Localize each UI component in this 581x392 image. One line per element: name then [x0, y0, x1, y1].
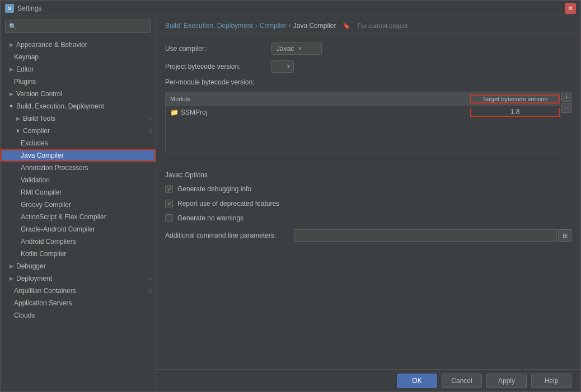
sidebar-item-deployment[interactable]: ▶ Deployment ⎘ [1, 272, 156, 285]
help-button[interactable]: Help [531, 374, 571, 388]
sidebar-item-annotation-processors[interactable]: Annotation Processors [1, 162, 156, 174]
nav-tree: ▶ Appearance & Behavior Keymap ▶ Editor … [1, 36, 156, 391]
sidebar-item-label: Build Tools [23, 115, 55, 122]
td-module: 📁 SSMProj [166, 108, 470, 116]
javac-options-section: Javac Options Generate debugging info Re… [165, 171, 571, 242]
sidebar-item-label: Arquillian Containers [14, 287, 76, 295]
sidebar-item-label: Keymap [14, 53, 39, 61]
copy-icon: ⎘ [149, 276, 152, 282]
sidebar-item-label: Kotlin Compiler [21, 250, 66, 258]
sidebar-item-build-tools[interactable]: ▶ Build Tools ⎘ [1, 112, 156, 125]
sidebar-item-label: Gradle-Android Compiler [21, 225, 95, 233]
sidebar-item-label: Compiler [23, 127, 50, 135]
copy-icon: ⎘ [149, 116, 152, 122]
bytecode-version-row: Project bytecode version: ▼ [165, 60, 571, 73]
search-icon: 🔍 [9, 23, 17, 30]
sidebar-item-appearance[interactable]: ▶ Appearance & Behavior [1, 39, 156, 51]
window-title: Settings [17, 4, 565, 12]
sidebar-item-editor[interactable]: ▶ Editor [1, 63, 156, 75]
table-empty-space [166, 119, 560, 153]
sidebar-item-label: Application Servers [14, 299, 72, 307]
sidebar-item-rmi-compiler[interactable]: RMI Compiler [1, 186, 156, 199]
bookmark-icon: 🔖 [343, 22, 350, 30]
cmd-input[interactable] [294, 229, 557, 242]
checkbox-debug-label: Generate debugging info [177, 185, 251, 193]
use-compiler-row: Use compiler: Javac ▼ [165, 42, 571, 55]
sidebar-item-label: Clouds [14, 311, 35, 319]
sidebar-item-excludes[interactable]: Excludes [1, 137, 156, 149]
breadcrumb-build[interactable]: Build, Execution, Deployment [165, 22, 253, 30]
sidebar-item-build-exec-deploy[interactable]: ▼ Build, Execution, Deployment [1, 100, 156, 112]
breadcrumb-compiler[interactable]: Compiler [260, 22, 287, 30]
td-module-name: SSMProj [181, 108, 207, 116]
expand-arrow: ▶ [7, 262, 15, 270]
sidebar-item-kotlin-compiler[interactable]: Kotlin Compiler [1, 248, 156, 260]
checkbox-row-debug: Generate debugging info [165, 183, 571, 195]
sidebar: 🔍 ▶ Appearance & Behavior Keymap ▶ Edito… [1, 16, 156, 391]
sidebar-item-groovy-compiler[interactable]: Groovy Compiler [1, 199, 156, 211]
folder-icon: 📁 [170, 108, 179, 116]
sidebar-item-label: Editor [16, 65, 34, 73]
use-compiler-select[interactable]: Javac ▼ [271, 42, 322, 55]
remove-row-button[interactable]: − [561, 103, 571, 113]
sidebar-item-label: Annotation Processors [21, 164, 88, 172]
cmd-row: Additional command line parameters: ⊞ [165, 229, 571, 242]
sidebar-item-actionscript-compiler[interactable]: ActionScript & Flex Compiler [1, 211, 156, 223]
sidebar-item-label: ActionScript & Flex Compiler [21, 213, 106, 221]
sidebar-item-clouds[interactable]: Clouds [1, 309, 156, 322]
expand-arrow: ▶ [7, 275, 15, 282]
expand-arrow: ▶ [7, 65, 15, 73]
sidebar-item-validation[interactable]: Validation [1, 174, 156, 186]
sidebar-item-label: RMI Compiler [21, 188, 62, 196]
sidebar-item-debugger[interactable]: ▶ Debugger [1, 260, 156, 272]
breadcrumb-sep1: › [255, 22, 257, 30]
sidebar-item-version-control[interactable]: ▶ Version Control [1, 88, 156, 100]
form-area: Use compiler: Javac ▼ Project bytecode v… [156, 34, 580, 369]
bytecode-version-select[interactable]: ▼ [271, 60, 294, 73]
expand-arrow: ▶ [7, 41, 15, 49]
main-content: 🔍 ▶ Appearance & Behavior Keymap ▶ Edito… [1, 16, 580, 391]
cmd-expand-button[interactable]: ⊞ [558, 229, 571, 242]
sidebar-item-gradle-android-compiler[interactable]: Gradle-Android Compiler [1, 223, 156, 235]
module-table: Module Target bytecode version 📁 SSMProj… [165, 92, 560, 153]
select-arrow-icon: ▼ [297, 46, 302, 51]
sidebar-item-label: Java Compiler [21, 152, 64, 159]
select-arrow-icon: ▼ [286, 64, 291, 69]
table-actions: + − [561, 92, 571, 113]
footer: OK Cancel Apply Help [156, 369, 580, 391]
col-target: Target bytecode version [470, 95, 560, 103]
search-input[interactable] [19, 22, 147, 30]
settings-window: S Settings ✕ 🔍 ▶ Appearance & Behavior K… [0, 0, 581, 392]
sidebar-item-compiler[interactable]: ▼ Compiler ⎘ [1, 125, 156, 137]
sidebar-item-android-compilers[interactable]: Android Compilers [1, 235, 156, 248]
close-button[interactable]: ✕ [565, 3, 576, 14]
checkbox-warnings[interactable] [165, 214, 173, 222]
use-compiler-label: Use compiler: [165, 45, 271, 53]
app-icon: S [5, 4, 14, 13]
search-box[interactable]: 🔍 [5, 20, 151, 33]
sidebar-item-arquillian-containers[interactable]: Arquillian Containers ⎘ [1, 285, 156, 297]
sidebar-item-application-servers[interactable]: Application Servers [1, 297, 156, 309]
checkbox-deprecated-label: Report use of deprecated features [177, 200, 279, 207]
add-row-button[interactable]: + [561, 92, 571, 102]
table-header: Module Target bytecode version [166, 92, 560, 106]
checkbox-debug[interactable] [165, 185, 173, 193]
cancel-button[interactable]: Cancel [442, 374, 482, 388]
copy-icon: ⎘ [149, 288, 152, 294]
apply-button[interactable]: Apply [486, 374, 527, 388]
table-row[interactable]: 📁 SSMProj 1.8 [166, 106, 560, 119]
sidebar-item-label: Validation [21, 176, 50, 184]
sidebar-item-label: Deployment [16, 275, 52, 282]
checkbox-deprecated[interactable] [165, 200, 173, 207]
expand-arrow: ▼ [7, 102, 15, 110]
sidebar-item-keymap[interactable]: Keymap [1, 51, 156, 63]
sidebar-item-java-compiler[interactable]: Java Compiler [1, 149, 156, 162]
javac-options-title: Javac Options [165, 171, 571, 179]
expand-arrow: ▶ [14, 115, 22, 122]
breadcrumb-sep2: › [289, 22, 291, 30]
checkbox-warnings-label: Generate no warnings [177, 214, 243, 222]
bytecode-version-label: Project bytecode version: [165, 63, 271, 70]
sidebar-item-label: Version Control [16, 90, 62, 98]
ok-button[interactable]: OK [397, 374, 437, 388]
sidebar-item-plugins[interactable]: Plugins [1, 75, 156, 88]
